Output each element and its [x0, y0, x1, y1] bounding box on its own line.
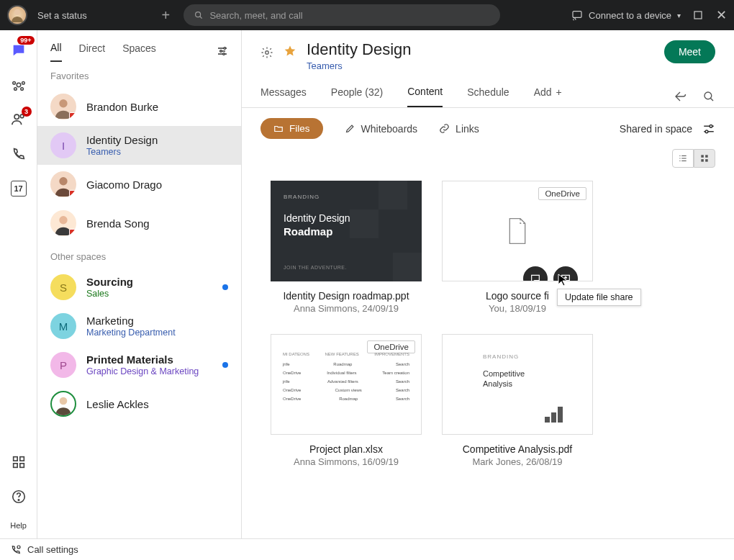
rail-calls[interactable] — [9, 144, 29, 164]
link-icon — [439, 123, 450, 134]
onedrive-badge: OneDrive — [538, 187, 586, 200]
file-thumbnail: BRANDING Identity Design Roadmap JOIN TH… — [271, 181, 422, 281]
sidebar: All Direct Spaces Favorites Brandon Burk… — [37, 30, 242, 538]
sidebar-item-brenda[interactable]: Brenda Song — [37, 204, 241, 243]
rail-chat[interactable]: 99+ — [9, 40, 29, 60]
sidebar-item-brandon[interactable]: Brandon Burke — [37, 87, 241, 126]
sidebar-item-leslie[interactable]: Leslie Ackles — [37, 384, 241, 423]
svg-point-1 — [196, 12, 201, 17]
shared-label[interactable]: Shared in space — [620, 123, 692, 135]
left-rail: 99+ 3 17 Help — [0, 30, 37, 538]
sidebar-item-sourcing[interactable]: S SourcingSales — [37, 268, 241, 307]
phone-settings-icon — [10, 544, 22, 556]
connect-device-button[interactable]: Connect to a device ▾ — [571, 9, 681, 21]
tab-people[interactable]: People (32) — [331, 86, 383, 107]
file-thumbnail: OneDrive — [442, 181, 593, 281]
close-icon[interactable]: ✕ — [715, 9, 727, 21]
file-card[interactable]: BRANDING Identity Design Roadmap JOIN TH… — [271, 181, 422, 314]
filter-icon[interactable] — [217, 45, 228, 59]
svg-point-8 — [20, 88, 23, 91]
content-subbar: Files Whiteboards Links Shared in space — [242, 108, 734, 149]
svg-point-18 — [220, 50, 222, 52]
status-text[interactable]: Set a status — [37, 10, 87, 21]
main-content: Identity Design Teamers Meet Messages Pe… — [242, 30, 734, 538]
whiteboards-link[interactable]: Whiteboards — [345, 123, 418, 135]
svg-point-5 — [12, 81, 15, 84]
rail-calendar[interactable]: 17 — [9, 179, 29, 199]
maximize-icon[interactable] — [692, 9, 704, 21]
document-icon — [506, 217, 529, 245]
svg-rect-31 — [705, 159, 708, 162]
svg-rect-32 — [545, 417, 550, 423]
grid-view-button[interactable] — [694, 149, 715, 168]
svg-rect-14 — [19, 464, 24, 468]
file-thumbnail: OneDrive MI DATEONSNEW FEATURESIMPROVEME… — [271, 334, 422, 435]
tab-spaces[interactable]: Spaces — [122, 42, 156, 61]
chat-badge: 99+ — [17, 36, 34, 45]
settings-slider-icon[interactable] — [702, 122, 715, 135]
svg-point-4 — [17, 83, 21, 87]
file-title: Project plan.xlsx — [309, 443, 383, 455]
sidebar-item-giacomo[interactable]: Giacomo Drago — [37, 165, 241, 204]
rail-teams[interactable] — [9, 75, 29, 95]
star-icon[interactable] — [284, 45, 296, 60]
svg-point-9 — [14, 114, 19, 119]
file-grid: BRANDING Identity Design Roadmap JOIN TH… — [242, 168, 734, 480]
settings-icon[interactable] — [260, 46, 273, 62]
chat-action-button[interactable] — [523, 266, 548, 281]
file-card[interactable]: OneDrive MI DATEONSNEW FEATURESIMPROVEME… — [271, 334, 422, 467]
svg-point-16 — [18, 500, 19, 500]
svg-rect-28 — [701, 155, 704, 158]
file-meta: Anna Simmons, 16/09/19 — [294, 456, 399, 467]
file-title: Competitive Analysis.pdf — [463, 443, 573, 455]
tab-messages[interactable]: Messages — [260, 86, 307, 107]
space-subtitle[interactable]: Teamers — [307, 60, 412, 71]
file-thumbnail: BRANDING Competitive Analysis — [442, 334, 593, 435]
user-avatar[interactable] — [7, 5, 27, 25]
search-input[interactable]: Search, meet, and call — [184, 4, 500, 26]
sidebar-item-marketing[interactable]: M MarketingMarketing Department — [37, 307, 241, 346]
space-header: Identity Design Teamers Meet — [242, 30, 734, 71]
svg-point-22 — [59, 216, 67, 224]
sidebar-item-printed-materials[interactable]: P Printed MaterialsGraphic Design & Mark… — [37, 346, 241, 384]
file-card[interactable]: BRANDING Competitive Analysis Competitiv… — [442, 334, 593, 467]
svg-point-17 — [224, 47, 226, 49]
share-action-button[interactable] — [553, 266, 578, 281]
tab-schedule[interactable]: Schedule — [467, 86, 509, 107]
file-card[interactable]: OneDrive Logo source fi You, 18/09/19 Up… — [442, 181, 593, 314]
tab-add[interactable]: Add+ — [534, 86, 562, 107]
svg-rect-29 — [705, 155, 708, 158]
title-bar: Set a status + Search, meet, and call Co… — [0, 0, 734, 30]
tab-direct[interactable]: Direct — [79, 42, 106, 61]
plus-icon[interactable]: + — [158, 7, 173, 23]
back-icon[interactable] — [674, 90, 687, 103]
files-pill[interactable]: Files — [260, 118, 323, 139]
links-link[interactable]: Links — [439, 123, 479, 135]
search-icon — [194, 10, 204, 20]
svg-point-24 — [266, 51, 269, 55]
svg-point-26 — [710, 125, 712, 127]
svg-rect-30 — [701, 159, 704, 162]
help-label: Help — [10, 521, 27, 530]
tab-content[interactable]: Content — [407, 86, 443, 107]
space-title: Identity Design — [307, 40, 412, 59]
svg-point-19 — [223, 53, 225, 55]
sidebar-item-identity-design[interactable]: I Identity DesignTeamers — [37, 126, 241, 165]
view-toggle — [242, 149, 734, 168]
svg-rect-33 — [551, 412, 556, 423]
tab-all[interactable]: All — [50, 42, 62, 62]
rail-help[interactable] — [9, 487, 29, 507]
call-settings-link[interactable]: Call settings — [27, 544, 78, 555]
file-meta: You, 18/09/19 — [489, 303, 546, 314]
svg-rect-34 — [558, 407, 563, 423]
search-icon[interactable] — [702, 90, 715, 103]
list-view-button[interactable] — [672, 149, 694, 168]
file-meta: Anna Simmons, 24/09/19 — [294, 303, 399, 314]
rail-contacts[interactable]: 3 — [9, 109, 29, 130]
rail-apps[interactable] — [9, 452, 29, 472]
meet-button[interactable]: Meet — [664, 40, 715, 63]
svg-point-27 — [705, 130, 708, 132]
space-tabs: Messages People (32) Content Schedule Ad… — [242, 71, 734, 108]
svg-rect-13 — [13, 464, 17, 468]
unread-dot — [222, 284, 228, 290]
